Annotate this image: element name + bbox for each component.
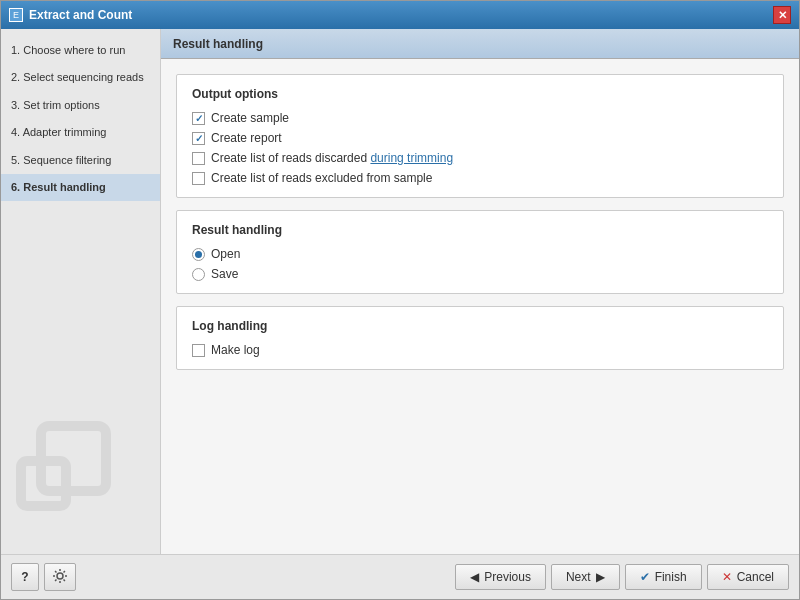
- app-icon: E: [9, 8, 23, 22]
- create-report-checkbox[interactable]: [192, 132, 205, 145]
- sidebar-item-sequence-filtering[interactable]: 5. Sequence filtering: [1, 147, 160, 174]
- create-sample-label: Create sample: [211, 111, 289, 125]
- sidebar-watermark: [16, 421, 116, 524]
- create-list-discarded-label: Create list of reads discarded during tr…: [211, 151, 453, 165]
- open-radio[interactable]: [192, 248, 205, 261]
- next-button[interactable]: Next ▶: [551, 564, 620, 590]
- bottom-bar: ? ◀ Previous Next ▶ ✔ Finis: [1, 554, 799, 599]
- sidebar-item-trim-options[interactable]: 3. Set trim options: [1, 92, 160, 119]
- output-options-section: Output options Create sample Create repo…: [176, 74, 784, 198]
- during-trimming-link[interactable]: during trimming: [370, 151, 453, 165]
- title-bar: E Extract and Count ✕: [1, 1, 799, 29]
- create-sample-checkbox[interactable]: [192, 112, 205, 125]
- cancel-button[interactable]: ✕ Cancel: [707, 564, 789, 590]
- create-list-discarded-row[interactable]: Create list of reads discarded during tr…: [192, 151, 768, 165]
- output-options-title: Output options: [192, 87, 768, 101]
- make-log-label: Make log: [211, 343, 260, 357]
- content-area: 1. Choose where to run 2. Select sequenc…: [1, 29, 799, 554]
- main-panel: Result handling Output options Create sa…: [161, 29, 799, 554]
- sidebar-item-result-handling[interactable]: 6. Result handling: [1, 174, 160, 201]
- previous-arrow-icon: ◀: [470, 570, 479, 584]
- save-radio[interactable]: [192, 268, 205, 281]
- next-arrow-icon: ▶: [596, 570, 605, 584]
- previous-button[interactable]: ◀ Previous: [455, 564, 546, 590]
- cancel-x-icon: ✕: [722, 570, 732, 584]
- panel-header: Result handling: [161, 29, 799, 59]
- panel-body: Output options Create sample Create repo…: [161, 59, 799, 554]
- log-handling-section: Log handling Make log: [176, 306, 784, 370]
- open-radio-row[interactable]: Open: [192, 247, 768, 261]
- sidebar-item-adapter-trimming[interactable]: 4. Adapter trimming: [1, 119, 160, 146]
- create-list-discarded-checkbox[interactable]: [192, 152, 205, 165]
- create-report-label: Create report: [211, 131, 282, 145]
- bottom-left-buttons: ?: [11, 563, 76, 591]
- result-handling-title: Result handling: [192, 223, 768, 237]
- settings-icon: [52, 568, 68, 587]
- save-radio-row[interactable]: Save: [192, 267, 768, 281]
- sidebar-item-choose-where[interactable]: 1. Choose where to run: [1, 37, 160, 64]
- main-window: E Extract and Count ✕ 1. Choose where to…: [0, 0, 800, 600]
- create-sample-row[interactable]: Create sample: [192, 111, 768, 125]
- save-label: Save: [211, 267, 238, 281]
- make-log-checkbox[interactable]: [192, 344, 205, 357]
- sidebar: 1. Choose where to run 2. Select sequenc…: [1, 29, 161, 554]
- finish-check-icon: ✔: [640, 570, 650, 584]
- create-list-excluded-checkbox[interactable]: [192, 172, 205, 185]
- help-button[interactable]: ?: [11, 563, 39, 591]
- bottom-right-buttons: ◀ Previous Next ▶ ✔ Finish ✕ Cancel: [455, 564, 789, 590]
- settings-button[interactable]: [44, 563, 76, 591]
- open-label: Open: [211, 247, 240, 261]
- svg-point-2: [57, 573, 63, 579]
- finish-button[interactable]: ✔ Finish: [625, 564, 702, 590]
- create-list-excluded-label: Create list of reads excluded from sampl…: [211, 171, 432, 185]
- result-handling-section: Result handling Open Save: [176, 210, 784, 294]
- close-button[interactable]: ✕: [773, 6, 791, 24]
- create-list-excluded-row[interactable]: Create list of reads excluded from sampl…: [192, 171, 768, 185]
- make-log-row[interactable]: Make log: [192, 343, 768, 357]
- log-handling-title: Log handling: [192, 319, 768, 333]
- panel-title: Result handling: [173, 37, 263, 51]
- create-report-row[interactable]: Create report: [192, 131, 768, 145]
- window-title: Extract and Count: [29, 8, 132, 22]
- sidebar-item-select-reads[interactable]: 2. Select sequencing reads: [1, 64, 160, 91]
